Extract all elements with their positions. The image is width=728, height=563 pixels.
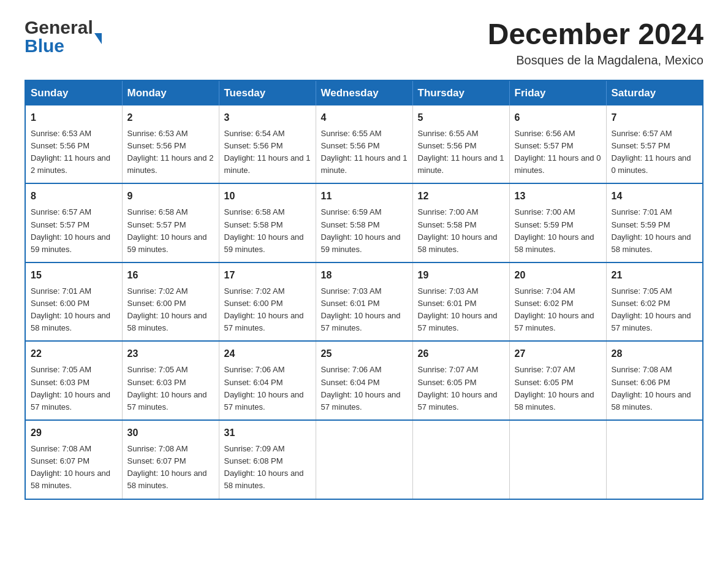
calendar-cell: 1Sunrise: 6:53 AMSunset: 5:56 PMDaylight… [25,105,122,184]
day-number: 27 [515,347,601,361]
calendar-cell: 5Sunrise: 6:55 AMSunset: 5:56 PMDaylight… [412,105,509,184]
day-info: Sunrise: 7:06 AMSunset: 6:04 PMDaylight:… [224,365,304,411]
day-number: 3 [224,110,311,125]
calendar-cell: 20Sunrise: 7:04 AMSunset: 6:02 PMDayligh… [509,262,606,342]
day-number: 1 [31,110,117,125]
day-info: Sunrise: 7:01 AMSunset: 6:00 PMDaylight:… [31,286,110,332]
logo: General Blue [25,18,102,55]
day-number: 8 [31,189,117,204]
day-info: Sunrise: 7:05 AMSunset: 6:03 PMDaylight:… [31,365,110,411]
calendar-cell: 30Sunrise: 7:08 AMSunset: 6:07 PMDayligh… [122,420,219,499]
calendar-cell: 17Sunrise: 7:02 AMSunset: 6:00 PMDayligh… [219,262,316,342]
day-info: Sunrise: 7:05 AMSunset: 6:03 PMDaylight:… [127,365,207,411]
day-number: 10 [224,189,311,204]
day-number: 25 [321,347,408,361]
day-number: 26 [418,347,504,361]
calendar-week-5: 29Sunrise: 7:08 AMSunset: 6:07 PMDayligh… [25,420,703,499]
calendar-cell: 15Sunrise: 7:01 AMSunset: 6:00 PMDayligh… [25,262,122,342]
calendar-cell: 19Sunrise: 7:03 AMSunset: 6:01 PMDayligh… [412,262,509,342]
logo-general: General [25,18,93,37]
calendar-week-3: 15Sunrise: 7:01 AMSunset: 6:00 PMDayligh… [25,262,703,342]
calendar-cell: 10Sunrise: 6:58 AMSunset: 5:58 PMDayligh… [219,183,316,262]
day-info: Sunrise: 7:02 AMSunset: 6:00 PMDaylight:… [224,286,304,332]
days-of-week-row: SundayMondayTuesdayWednesdayThursdayFrid… [25,80,703,105]
calendar-cell: 26Sunrise: 7:07 AMSunset: 6:05 PMDayligh… [412,341,509,420]
day-info: Sunrise: 7:03 AMSunset: 6:01 PMDaylight:… [418,286,498,332]
calendar-cell: 9Sunrise: 6:58 AMSunset: 5:57 PMDaylight… [122,183,219,262]
day-number: 11 [321,189,408,204]
day-number: 6 [515,110,601,125]
day-number: 12 [418,189,504,204]
day-info: Sunrise: 6:55 AMSunset: 5:56 PMDaylight:… [418,129,504,175]
calendar-cell: 2Sunrise: 6:53 AMSunset: 5:56 PMDaylight… [122,105,219,184]
day-info: Sunrise: 7:00 AMSunset: 5:58 PMDaylight:… [418,207,498,253]
location-subtitle: Bosques de la Magdalena, Mexico [488,53,703,67]
day-info: Sunrise: 6:55 AMSunset: 5:56 PMDaylight:… [321,129,408,175]
day-of-week-monday: Monday [122,80,219,105]
page-header: General Blue December 2024 Bosques de la… [25,18,703,67]
day-number: 2 [127,110,214,125]
logo-triangle-icon [94,33,102,44]
day-number: 29 [31,426,117,440]
calendar-cell: 18Sunrise: 7:03 AMSunset: 6:01 PMDayligh… [316,262,412,342]
calendar-cell: 28Sunrise: 7:08 AMSunset: 6:06 PMDayligh… [606,341,703,420]
title-block: December 2024 Bosques de la Magdalena, M… [488,18,703,67]
day-info: Sunrise: 7:03 AMSunset: 6:01 PMDaylight:… [321,286,401,332]
day-info: Sunrise: 6:58 AMSunset: 5:58 PMDaylight:… [224,207,304,253]
day-info: Sunrise: 6:56 AMSunset: 5:57 PMDaylight:… [515,129,601,175]
day-number: 15 [31,268,117,283]
day-info: Sunrise: 6:57 AMSunset: 5:57 PMDaylight:… [31,207,110,253]
day-number: 17 [224,268,311,283]
calendar-cell [509,420,606,499]
day-info: Sunrise: 7:00 AMSunset: 5:59 PMDaylight:… [515,207,594,253]
calendar-cell [316,420,412,499]
calendar-cell: 8Sunrise: 6:57 AMSunset: 5:57 PMDaylight… [25,183,122,262]
calendar-week-2: 8Sunrise: 6:57 AMSunset: 5:57 PMDaylight… [25,183,703,262]
day-info: Sunrise: 7:08 AMSunset: 6:06 PMDaylight:… [612,365,691,411]
day-number: 19 [418,268,504,283]
calendar-cell: 25Sunrise: 7:06 AMSunset: 6:04 PMDayligh… [316,341,412,420]
day-number: 24 [224,347,311,361]
day-number: 13 [515,189,601,204]
calendar-cell: 4Sunrise: 6:55 AMSunset: 5:56 PMDaylight… [316,105,412,184]
calendar-cell: 27Sunrise: 7:07 AMSunset: 6:05 PMDayligh… [509,341,606,420]
logo-blue: Blue [25,37,93,55]
day-info: Sunrise: 7:07 AMSunset: 6:05 PMDaylight:… [515,365,594,411]
day-number: 28 [612,347,698,361]
day-number: 21 [612,268,698,283]
day-of-week-thursday: Thursday [412,80,509,105]
day-info: Sunrise: 7:09 AMSunset: 6:08 PMDaylight:… [224,444,304,490]
day-of-week-wednesday: Wednesday [316,80,412,105]
calendar-cell: 3Sunrise: 6:54 AMSunset: 5:56 PMDaylight… [219,105,316,184]
calendar-cell [606,420,703,499]
calendar-cell: 24Sunrise: 7:06 AMSunset: 6:04 PMDayligh… [219,341,316,420]
day-of-week-saturday: Saturday [606,80,703,105]
calendar-cell: 16Sunrise: 7:02 AMSunset: 6:00 PMDayligh… [122,262,219,342]
calendar-cell: 22Sunrise: 7:05 AMSunset: 6:03 PMDayligh… [25,341,122,420]
day-info: Sunrise: 7:06 AMSunset: 6:04 PMDaylight:… [321,365,401,411]
day-number: 14 [612,189,698,204]
day-of-week-friday: Friday [509,80,606,105]
day-number: 20 [515,268,601,283]
day-info: Sunrise: 7:02 AMSunset: 6:00 PMDaylight:… [127,286,207,332]
day-number: 7 [612,110,698,125]
day-info: Sunrise: 6:59 AMSunset: 5:58 PMDaylight:… [321,207,401,253]
calendar-cell: 29Sunrise: 7:08 AMSunset: 6:07 PMDayligh… [25,420,122,499]
day-of-week-sunday: Sunday [25,80,122,105]
day-of-week-tuesday: Tuesday [219,80,316,105]
day-number: 22 [31,347,117,361]
day-info: Sunrise: 7:08 AMSunset: 6:07 PMDaylight:… [127,444,207,490]
calendar-cell: 12Sunrise: 7:00 AMSunset: 5:58 PMDayligh… [412,183,509,262]
day-info: Sunrise: 6:53 AMSunset: 5:56 PMDaylight:… [31,129,110,175]
calendar-cell [412,420,509,499]
calendar-week-1: 1Sunrise: 6:53 AMSunset: 5:56 PMDaylight… [25,105,703,184]
day-info: Sunrise: 6:54 AMSunset: 5:56 PMDaylight:… [224,129,311,175]
calendar-table: SundayMondayTuesdayWednesdayThursdayFrid… [25,80,703,500]
calendar-cell: 23Sunrise: 7:05 AMSunset: 6:03 PMDayligh… [122,341,219,420]
day-number: 16 [127,268,214,283]
day-info: Sunrise: 7:05 AMSunset: 6:02 PMDaylight:… [612,286,691,332]
day-number: 18 [321,268,408,283]
calendar-cell: 7Sunrise: 6:57 AMSunset: 5:57 PMDaylight… [606,105,703,184]
calendar-header: SundayMondayTuesdayWednesdayThursdayFrid… [25,80,703,105]
month-title: December 2024 [488,18,703,51]
